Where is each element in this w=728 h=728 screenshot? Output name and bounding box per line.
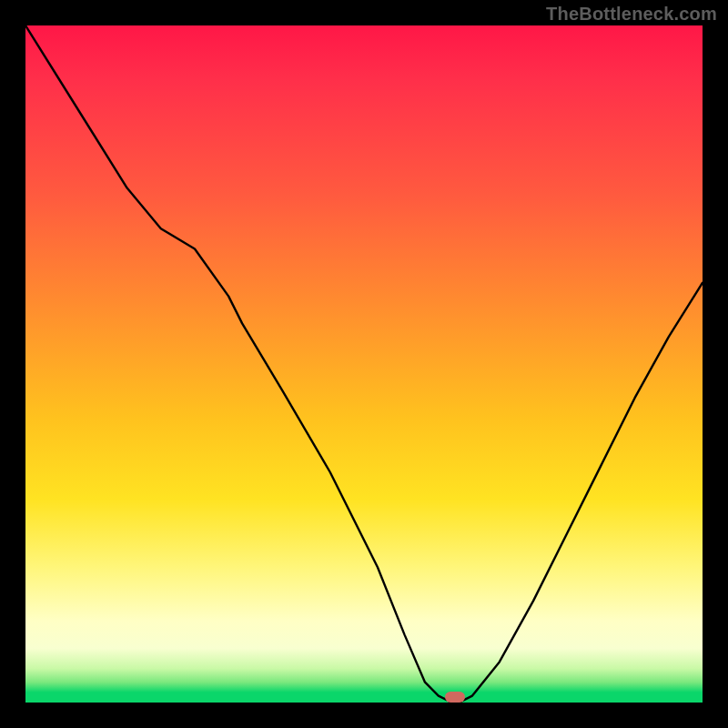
plot-area [25, 25, 703, 703]
curve-svg [25, 25, 703, 703]
optimal-point-marker [445, 692, 465, 703]
watermark-text: TheBottleneck.com [546, 4, 717, 25]
bottleneck-curve-path [25, 25, 703, 703]
chart-frame: TheBottleneck.com [0, 0, 728, 728]
